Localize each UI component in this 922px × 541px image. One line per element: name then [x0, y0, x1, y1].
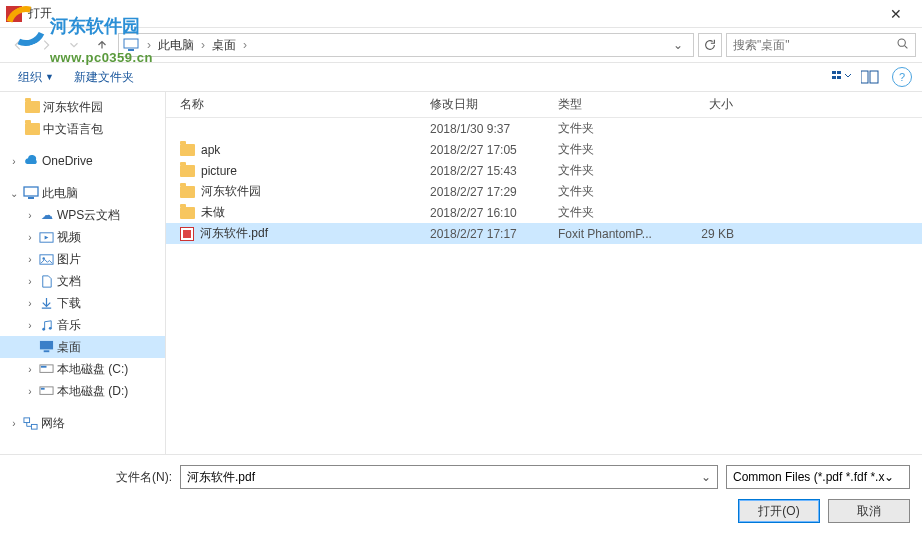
- svg-rect-19: [41, 366, 47, 368]
- column-header-name[interactable]: 名称: [166, 96, 420, 113]
- svg-rect-9: [24, 187, 38, 196]
- app-icon: [6, 6, 22, 22]
- search-icon[interactable]: [896, 37, 909, 53]
- pictures-icon: [39, 253, 54, 266]
- refresh-button[interactable]: [698, 33, 722, 57]
- file-row[interactable]: 2018/1/30 9:37文件夹: [166, 118, 922, 139]
- svg-rect-4: [837, 71, 841, 74]
- folder-icon: [180, 207, 195, 219]
- nav-recent-button[interactable]: [62, 33, 86, 57]
- chevron-right-icon: ›: [24, 386, 36, 397]
- tree-item-pictures[interactable]: ›图片: [0, 248, 165, 270]
- chevron-right-icon: ›: [143, 38, 155, 52]
- nav-forward-button[interactable]: [34, 33, 58, 57]
- file-list: 名称 修改日期 类型 大小 2018/1/30 9:37文件夹apk2018/2…: [166, 92, 922, 454]
- svg-rect-10: [28, 197, 34, 199]
- tree-item-folder[interactable]: 中文语言包: [0, 118, 165, 140]
- navbar: › 此电脑 › 桌面 › ⌄: [0, 28, 922, 62]
- svg-rect-1: [128, 49, 134, 51]
- new-folder-button[interactable]: 新建文件夹: [66, 66, 142, 89]
- tree-item-network[interactable]: ›网络: [0, 412, 165, 434]
- svg-point-15: [49, 326, 52, 329]
- search-box[interactable]: [726, 33, 916, 57]
- organize-button[interactable]: 组织▼: [10, 66, 62, 89]
- file-type-filter[interactable]: Common Files (*.pdf *.fdf *.x ⌄: [726, 465, 910, 489]
- column-header-size[interactable]: 大小: [664, 96, 744, 113]
- folder-icon: [25, 101, 40, 113]
- file-date: 2018/2/27 17:17: [420, 227, 548, 241]
- search-input[interactable]: [733, 38, 896, 52]
- file-row[interactable]: 未做2018/2/27 16:10文件夹: [166, 202, 922, 223]
- tree-item-drive-d[interactable]: ›本地磁盘 (D:): [0, 380, 165, 402]
- preview-pane-button[interactable]: [858, 66, 882, 88]
- open-button[interactable]: 打开(O): [738, 499, 820, 523]
- file-date: 2018/2/27 17:29: [420, 185, 548, 199]
- tree-item-folder[interactable]: 河东软件园: [0, 96, 165, 118]
- close-button[interactable]: ✕: [876, 6, 916, 22]
- chevron-right-icon: ›: [8, 418, 20, 429]
- tree-item-videos[interactable]: ›视频: [0, 226, 165, 248]
- svg-rect-22: [24, 417, 30, 422]
- tree-item-onedrive[interactable]: ›OneDrive: [0, 150, 165, 172]
- tree-item-downloads[interactable]: ›下载: [0, 292, 165, 314]
- folder-icon: [180, 144, 195, 156]
- tree-item-documents[interactable]: ›文档: [0, 270, 165, 292]
- file-row[interactable]: 河东软件园2018/2/27 17:29文件夹: [166, 181, 922, 202]
- chevron-right-icon: ›: [24, 320, 36, 331]
- chevron-right-icon: ›: [239, 38, 251, 52]
- file-type: 文件夹: [548, 162, 664, 179]
- tree-item-thispc[interactable]: ⌄此电脑: [0, 182, 165, 204]
- chevron-right-icon: ›: [24, 276, 36, 287]
- downloads-icon: [39, 297, 54, 310]
- file-type: 文件夹: [548, 120, 664, 137]
- tree-item-music[interactable]: ›音乐: [0, 314, 165, 336]
- chevron-right-icon: ›: [24, 298, 36, 309]
- svg-rect-0: [124, 39, 138, 48]
- svg-rect-8: [870, 71, 878, 83]
- chevron-right-icon: ›: [24, 232, 36, 243]
- nav-up-button[interactable]: [90, 33, 114, 57]
- file-name: apk: [201, 143, 220, 157]
- svg-rect-7: [861, 71, 868, 83]
- column-header-type[interactable]: 类型: [548, 96, 664, 113]
- video-icon: [39, 231, 54, 244]
- documents-icon: [39, 275, 54, 288]
- chevron-down-icon[interactable]: ⌄: [884, 470, 894, 484]
- breadcrumb-item[interactable]: 此电脑: [155, 37, 197, 54]
- svg-rect-21: [41, 388, 45, 390]
- view-options-button[interactable]: [830, 66, 854, 88]
- window-title: 打开: [28, 5, 876, 22]
- file-name: 河东软件.pdf: [200, 225, 268, 242]
- file-date: 2018/2/27 15:43: [420, 164, 548, 178]
- pdf-icon: [180, 227, 194, 241]
- file-row[interactable]: 河东软件.pdf2018/2/27 17:17Foxit PhantomP...…: [166, 223, 922, 244]
- chevron-down-icon[interactable]: ⌄: [695, 470, 711, 484]
- breadcrumb-item[interactable]: 桌面: [209, 37, 239, 54]
- file-row[interactable]: picture2018/2/27 15:43文件夹: [166, 160, 922, 181]
- folder-icon: [180, 165, 195, 177]
- svg-rect-6: [837, 76, 841, 79]
- help-button[interactable]: ?: [892, 67, 912, 87]
- monitor-icon: [123, 38, 139, 52]
- tree-item-wps[interactable]: ›☁WPS云文档: [0, 204, 165, 226]
- tree-item-drive-c[interactable]: ›本地磁盘 (C:): [0, 358, 165, 380]
- file-list-header: 名称 修改日期 类型 大小: [166, 92, 922, 118]
- breadcrumb-dropdown[interactable]: ⌄: [667, 38, 689, 52]
- filename-value[interactable]: 河东软件.pdf: [187, 469, 695, 486]
- file-name: 未做: [201, 204, 225, 221]
- breadcrumb[interactable]: › 此电脑 › 桌面 › ⌄: [118, 33, 694, 57]
- filename-combobox[interactable]: 河东软件.pdf ⌄: [180, 465, 718, 489]
- svg-point-14: [42, 327, 45, 330]
- cancel-button[interactable]: 取消: [828, 499, 910, 523]
- monitor-icon: [23, 185, 39, 201]
- chevron-right-icon: ›: [24, 254, 36, 265]
- file-type: 文件夹: [548, 183, 664, 200]
- file-date: 2018/1/30 9:37: [420, 122, 548, 136]
- titlebar: 打开 ✕: [0, 0, 922, 28]
- tree-item-desktop[interactable]: 桌面: [0, 336, 165, 358]
- chevron-right-icon: ›: [24, 210, 36, 221]
- file-row[interactable]: apk2018/2/27 17:05文件夹: [166, 139, 922, 160]
- column-header-date[interactable]: 修改日期: [420, 96, 548, 113]
- filename-label: 文件名(N):: [12, 469, 172, 486]
- nav-back-button[interactable]: [6, 33, 30, 57]
